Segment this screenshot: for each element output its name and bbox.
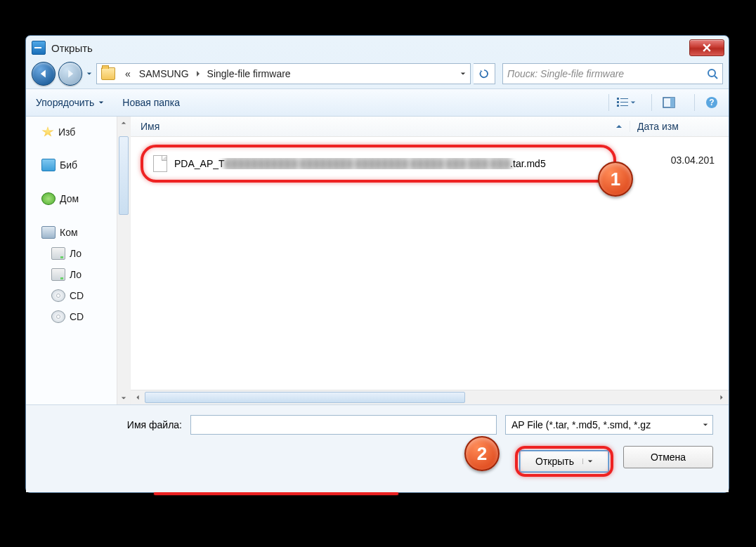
sidebar-item-label: Ло [70,248,82,259]
sidebar-item-label: Дом [60,193,79,204]
close-icon [703,44,711,52]
refresh-button[interactable] [474,63,495,84]
cd-drive-icon [51,289,65,302]
button-row: 2 Открыть Отмена [41,446,713,477]
preview-pane-button[interactable] [651,94,679,111]
file-type-label: AP File (*.tar, *.md5, *.smd, *.gz [511,419,703,430]
scroll-down-button[interactable] [117,392,130,404]
scroll-track[interactable] [117,129,130,392]
new-folder-button[interactable]: Новая папка [119,94,183,111]
open-button[interactable]: Открыть [519,450,609,473]
svg-point-0 [708,70,715,77]
chevron-down-icon [460,71,466,77]
svg-rect-2 [620,98,628,99]
toolbar: Упорядочить Новая папка ? [26,88,729,117]
horizontal-scrollbar[interactable] [131,390,729,404]
sidebar-item-cd-2[interactable]: CD [26,306,130,327]
close-button[interactable] [689,39,724,56]
cancel-button-label: Отмена [651,452,686,463]
annotation-badge-2: 2 [464,436,500,471]
app-icon [32,41,46,55]
nav-history-dropdown[interactable] [85,64,93,84]
breadcrumb-singlefile[interactable]: Single-file firmware [203,64,295,84]
svg-rect-4 [620,102,628,103]
sidebar-item-label: CD [70,290,84,301]
scroll-up-button[interactable] [117,117,130,129]
homegroup-icon [41,192,56,205]
new-folder-label: Новая папка [122,97,180,108]
breadcrumb-samsung[interactable]: SAMSUNG [135,64,193,84]
sidebar-item-label: Биб [60,159,77,171]
sidebar-item-homegroup[interactable]: Дом [26,188,130,209]
sidebar-item-label: Ло [70,269,82,280]
address-dropdown[interactable] [455,64,470,84]
navbar: « SAMSUNG Single-file firmware Поиск: Si… [26,60,729,88]
search-placeholder: Поиск: Single-file firmware [507,68,707,79]
sidebar-item-cd-1[interactable]: CD [26,285,130,306]
svg-rect-5 [617,105,619,107]
cancel-button[interactable]: Отмена [623,446,713,468]
help-button[interactable]: ? [694,94,722,111]
libraries-icon [41,159,56,171]
organize-button[interactable]: Упорядочить [33,94,107,111]
breadcrumb-overflow[interactable]: « [121,64,135,84]
chevron-down-icon [630,100,636,105]
sidebar-item-label: Изб [58,126,75,138]
file-list: Имя Дата изм PDA_AP_T███████████ ███████… [131,117,729,404]
forward-button[interactable] [58,62,82,86]
open-button-split[interactable] [582,459,593,464]
chevron-down-icon [703,422,708,428]
drive-icon [51,268,65,281]
scroll-thumb[interactable] [145,392,465,403]
sidebar-item-label: Ком [60,227,78,238]
sidebar: Изб Биб Дом Ком Ло Ло [26,117,131,404]
svg-rect-1 [617,98,619,100]
titlebar: Открыть [26,36,729,60]
folder-icon [101,67,115,80]
view-mode-button[interactable] [608,94,636,111]
file-name: PDA_AP_T███████████ ████████ ████████ ██… [174,158,604,169]
filename-label: Имя файла: [41,419,182,430]
column-header-date[interactable]: Дата изм [630,121,729,132]
svg-text:?: ? [709,98,714,107]
file-icon [153,155,167,172]
sidebar-scrollbar[interactable] [117,117,130,404]
preview-pane-icon [663,96,675,109]
sidebar-item-drive-1[interactable]: Ло [26,243,130,264]
address-bar[interactable]: « SAMSUNG Single-file firmware [96,63,471,84]
breadcrumb-separator[interactable] [193,70,203,77]
cd-drive-icon [51,310,65,323]
window-title: Открыть [51,42,93,54]
scroll-thumb[interactable] [119,136,129,215]
svg-rect-8 [670,98,674,107]
search-box[interactable]: Поиск: Single-file firmware [502,63,723,84]
scroll-right-button[interactable] [715,390,729,404]
column-header-name[interactable]: Имя [131,121,630,132]
chevron-down-icon [98,100,104,105]
sidebar-item-computer[interactable]: Ком [26,222,130,243]
chevron-down-icon [86,71,92,77]
dialog-body: Изб Биб Дом Ком Ло Ло [26,117,729,404]
scroll-track[interactable] [145,390,715,404]
file-date: 03.04.201 [671,154,715,166]
file-type-dropdown[interactable]: AP File (*.tar, *.md5, *.smd, *.gz [505,415,713,435]
search-icon [707,68,718,79]
back-arrow-icon [39,69,48,79]
sidebar-item-label: CD [70,311,84,322]
svg-rect-6 [620,105,628,106]
file-row[interactable]: PDA_AP_T███████████ ████████ ████████ ██… [141,145,616,183]
annotation-underline [154,492,398,495]
annotation-badge-1: 1 [598,162,633,197]
help-icon: ? [705,96,718,109]
sidebar-item-favorites[interactable]: Изб [26,122,130,142]
sort-asc-icon [615,123,623,130]
back-button[interactable] [32,62,56,86]
computer-icon [41,226,56,239]
sidebar-item-drive-2[interactable]: Ло [26,264,130,285]
scroll-left-button[interactable] [131,390,145,404]
filename-input[interactable] [190,415,497,435]
organize-label: Упорядочить [36,97,94,108]
svg-rect-3 [617,101,619,103]
chevron-down-icon [587,459,593,464]
sidebar-item-libraries[interactable]: Биб [26,154,130,176]
